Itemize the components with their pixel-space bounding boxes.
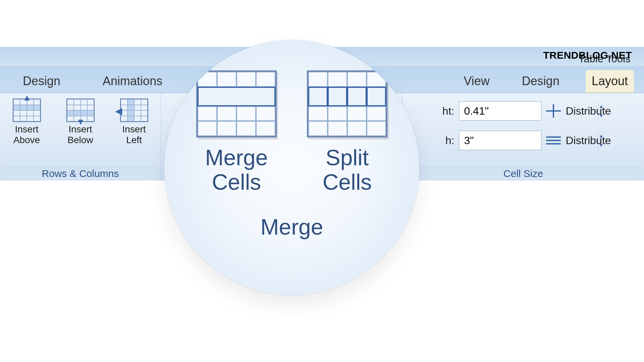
distribute-columns-icon — [546, 134, 561, 147]
insert-below-icon: ▼ — [66, 99, 95, 122]
distribute-rows-label: Distribute — [566, 105, 611, 117]
table-grid-icon — [120, 99, 148, 122]
merge-cells-button[interactable]: Merge Cells — [196, 70, 277, 194]
distribute-columns-label: Distribute — [566, 134, 611, 147]
width-label: h: — [435, 134, 454, 147]
arrow-up-icon: ▲ — [23, 93, 32, 103]
split-cells-label: Split Cells — [323, 145, 372, 194]
tab-layout[interactable]: Layout — [586, 70, 634, 93]
tab-animations[interactable]: Animations — [97, 70, 168, 93]
tab-table-design[interactable]: Design — [516, 70, 566, 93]
watermark-text: TRENDBLOG.NET — [543, 50, 632, 61]
arrow-left-icon: ◀ — [115, 106, 122, 116]
arrow-down-icon: ▼ — [76, 117, 85, 127]
group-cell-size: ht: ▲ ▼ Distribute — [402, 93, 644, 180]
insert-below-label: Insert Below — [67, 124, 93, 145]
height-label: ht: — [435, 105, 454, 117]
insert-above-icon: ▲ — [13, 99, 41, 122]
merge-cells-label: Merge Cells — [205, 145, 268, 194]
group-rows-columns-body: ▲ Insert Above ▼ Insert Below — [3, 97, 158, 167]
distribute-rows-icon — [546, 104, 561, 118]
merge-cells-icon — [196, 70, 277, 137]
insert-left-icon: ◀ — [120, 99, 148, 122]
group-cell-size-title: Cell Size — [407, 167, 639, 180]
group-rows-columns: ▲ Insert Above ▼ Insert Below — [0, 93, 161, 180]
distribute-columns-button[interactable]: Distribute — [546, 134, 611, 147]
tab-design[interactable]: Design — [17, 70, 66, 93]
cell-size-fields: ht: ▲ ▼ Distribute — [435, 97, 611, 150]
insert-above-label: Insert Above — [13, 124, 40, 145]
insert-left-label: Insert Left — [122, 124, 146, 145]
insert-below-button[interactable]: ▼ Insert Below — [57, 97, 104, 145]
group-rows-columns-title: Rows & Columns — [5, 167, 156, 180]
tab-view[interactable]: View — [458, 70, 495, 93]
width-row: h: ▲ ▼ Distribute — [435, 131, 611, 150]
width-field[interactable]: ▲ ▼ — [459, 131, 541, 150]
insert-left-button[interactable]: ◀ Insert Left — [111, 97, 158, 145]
height-field[interactable]: ▲ ▼ — [459, 101, 541, 121]
split-cells-icon — [307, 70, 387, 137]
height-row: ht: ▲ ▼ Distribute — [435, 101, 611, 121]
lens-buttons-row: Merge Cells Split Cells — [196, 70, 387, 194]
group-cell-size-body: ht: ▲ ▼ Distribute — [435, 97, 611, 167]
merge-group-title: Merge — [260, 214, 323, 240]
tab-right-cluster: View Design Layout — [458, 70, 644, 93]
magnifier-lens: Merge Cells Split Cells Merge — [164, 40, 419, 295]
insert-above-button[interactable]: ▲ Insert Above — [3, 97, 50, 145]
distribute-rows-button[interactable]: Distribute — [546, 104, 611, 118]
split-cells-button[interactable]: Split Cells — [307, 70, 387, 194]
